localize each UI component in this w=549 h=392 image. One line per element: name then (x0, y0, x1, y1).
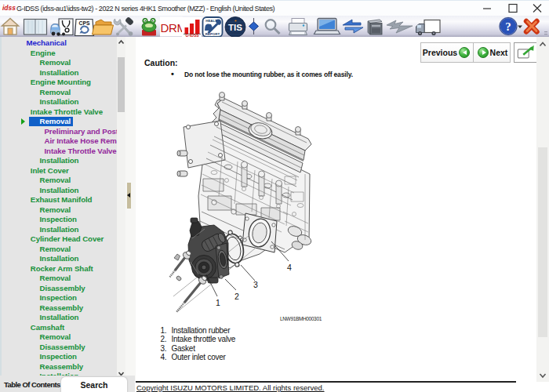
svg-text:CPS: CPS (79, 20, 90, 26)
svg-text:3: 3 (253, 280, 258, 289)
svg-text:1: 1 (216, 298, 220, 307)
svg-text:TIS: TIS (228, 23, 242, 32)
svg-text:?: ? (505, 20, 511, 33)
svg-text:4: 4 (287, 263, 292, 272)
svg-text:REPORT: REPORT (205, 32, 220, 36)
svg-text:2: 2 (235, 292, 239, 301)
